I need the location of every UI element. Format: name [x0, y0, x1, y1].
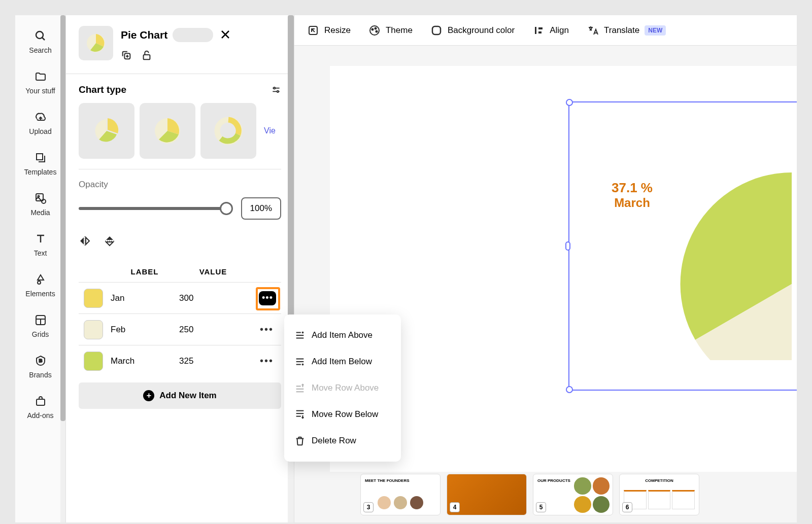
sidebar-item-your-stuff[interactable]: Your stuff [15, 63, 65, 104]
svg-rect-33 [538, 27, 543, 29]
menu-add-below[interactable]: Add Item Below [289, 348, 396, 375]
sidebar-label: Add-ons [27, 411, 53, 420]
panel-title: Pie Chart [121, 29, 167, 41]
sidebar-label: Upload [29, 127, 51, 135]
flip-vertical-icon[interactable] [104, 235, 116, 247]
row-value[interactable]: 300 [179, 293, 230, 303]
close-button[interactable] [218, 25, 232, 45]
sidebar-label: Text [34, 249, 47, 257]
svg-rect-31 [432, 26, 441, 34]
svg-point-19 [274, 87, 275, 89]
folder-icon [33, 69, 48, 84]
slide-thumbnail[interactable]: 4 [447, 474, 527, 515]
svg-point-5 [38, 281, 41, 284]
sidebar-item-upload[interactable]: Upload [15, 104, 65, 145]
translate-button[interactable]: Translate NEW [587, 24, 666, 37]
row-context-menu: Add Item Above Add Item Below Move Row A… [284, 315, 401, 462]
color-swatch[interactable] [84, 352, 103, 371]
color-swatch[interactable] [84, 289, 103, 308]
duplicate-icon[interactable] [121, 50, 132, 61]
top-toolbar: Resize Theme Background color Align [294, 15, 797, 46]
slide-thumbnail[interactable]: COMPETITION 6 [619, 474, 699, 515]
plus-icon: + [143, 390, 154, 401]
sidebar-item-templates[interactable]: Templates [15, 145, 65, 185]
sidebar-item-text[interactable]: Text [15, 226, 65, 266]
opacity-slider-handle[interactable] [220, 202, 233, 215]
row-more-button[interactable]: ••• [259, 291, 276, 305]
theme-button[interactable]: Theme [368, 24, 413, 37]
flip-horizontal-icon[interactable] [79, 235, 91, 247]
properties-panel: Pie Chart Chart typ [66, 15, 294, 522]
menu-move-below[interactable]: Move Row Below [289, 401, 396, 428]
opacity-slider[interactable] [79, 207, 232, 210]
templates-icon [33, 151, 48, 165]
data-table: LABEL VALUE Jan 300 ••• Feb 250 ••• M [79, 267, 281, 409]
sidebar-scrollbar[interactable] [60, 15, 65, 522]
selection-handle[interactable] [565, 241, 570, 251]
pie-chart[interactable] [665, 157, 797, 360]
slide-number: 4 [450, 502, 460, 512]
row-value[interactable]: 325 [179, 356, 230, 366]
background-color-button[interactable]: Background color [430, 24, 515, 37]
sidebar-item-grids[interactable]: Grids [15, 307, 65, 347]
chart-type-pie-exploded[interactable] [79, 103, 134, 159]
chart-percent: 37.1 % [612, 180, 653, 196]
row-value[interactable]: 250 [179, 325, 230, 335]
resize-button[interactable]: Resize [307, 24, 351, 37]
row-label[interactable]: March [111, 356, 172, 366]
sidebar-label: Elements [25, 290, 55, 298]
search-icon [33, 29, 48, 43]
panel-pill[interactable] [173, 28, 213, 42]
sidebar-item-brands[interactable]: B Brands [15, 347, 65, 388]
move-below-icon [294, 409, 306, 420]
opacity-label: Opacity [79, 180, 281, 190]
grid-icon [33, 313, 48, 327]
table-header-value: VALUE [180, 267, 246, 276]
row-label[interactable]: Feb [111, 325, 172, 335]
slide-thumbnail[interactable]: OUR PRODUCTS 5 [533, 474, 613, 515]
svg-point-27 [370, 26, 379, 35]
text-icon [33, 232, 48, 246]
svg-point-4 [42, 199, 46, 203]
addons-icon [33, 394, 48, 408]
svg-rect-10 [37, 399, 45, 405]
selection-handle[interactable] [566, 386, 573, 393]
color-swatch[interactable] [84, 320, 103, 339]
slide-strip: MEET THE FOUNDERS 3 4 OUR PRODUCTS [360, 472, 797, 517]
media-icon [33, 191, 48, 205]
trash-icon [294, 435, 306, 446]
menu-move-above: Move Row Above [289, 375, 396, 401]
left-sidebar: Search Your stuff Upload Templates [15, 15, 66, 522]
sidebar-item-search[interactable]: Search [15, 23, 65, 63]
unlock-icon[interactable] [141, 50, 152, 61]
svg-rect-17 [144, 55, 150, 59]
sidebar-item-addons[interactable]: Add-ons [15, 388, 65, 429]
settings-icon[interactable] [271, 85, 281, 95]
slide-title: COMPETITION [620, 474, 699, 487]
align-button[interactable]: Align [532, 24, 569, 37]
view-more-link[interactable]: Vie [264, 126, 276, 135]
align-icon [532, 24, 545, 37]
table-row: March 325 ••• [79, 345, 281, 376]
sidebar-label: Media [30, 208, 50, 217]
add-above-icon [294, 330, 306, 341]
sidebar-label: Templates [24, 168, 57, 176]
sidebar-item-elements[interactable]: Elements [15, 266, 65, 307]
add-item-label: Add New Item [159, 391, 216, 401]
row-more-button[interactable]: ••• [257, 321, 276, 338]
add-item-button[interactable]: + Add New Item [79, 382, 281, 409]
menu-delete-row[interactable]: Delete Row [289, 428, 396, 454]
sidebar-item-media[interactable]: Media [15, 185, 65, 226]
row-more-button[interactable]: ••• [257, 353, 276, 369]
translate-icon [587, 24, 599, 37]
selection-handle[interactable] [566, 99, 573, 106]
chart-type-pie[interactable] [140, 103, 195, 159]
slide-title: MEET THE FOUNDERS [361, 474, 440, 487]
chart-type-donut[interactable] [200, 103, 256, 159]
menu-add-above[interactable]: Add Item Above [289, 322, 396, 348]
chart-data-label: 37.1 % March [612, 180, 653, 210]
slide-thumbnail[interactable]: MEET THE FOUNDERS 3 [360, 474, 441, 515]
opacity-value[interactable]: 100% [241, 197, 281, 220]
row-label[interactable]: Jan [111, 293, 172, 303]
svg-point-0 [36, 31, 43, 39]
